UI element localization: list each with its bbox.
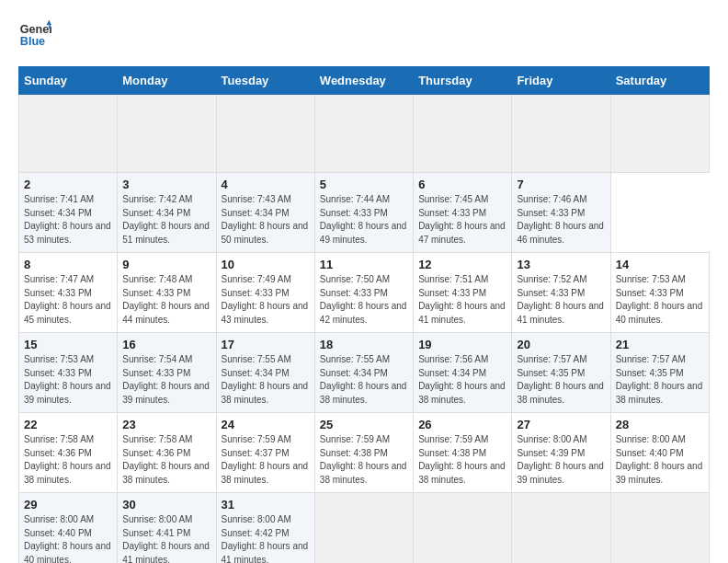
calendar-cell	[610, 95, 709, 173]
day-number: 23	[122, 418, 210, 431]
day-info: Sunrise: 7:58 AMSunset: 4:36 PMDaylight:…	[122, 433, 210, 487]
day-info: Sunrise: 7:47 AMSunset: 4:33 PMDaylight:…	[24, 273, 112, 327]
calendar-week-1: 2Sunrise: 7:41 AMSunset: 4:34 PMDaylight…	[19, 173, 710, 253]
calendar-cell: 3Sunrise: 7:42 AMSunset: 4:34 PMDaylight…	[118, 173, 216, 253]
day-info: Sunrise: 7:55 AMSunset: 4:34 PMDaylight:…	[222, 353, 310, 407]
day-number: 11	[320, 258, 408, 271]
calendar-cell	[610, 493, 709, 564]
day-number: 18	[320, 338, 408, 351]
calendar-week-4: 22Sunrise: 7:58 AMSunset: 4:36 PMDayligh…	[19, 413, 710, 493]
day-info: Sunrise: 8:00 AMSunset: 4:39 PMDaylight:…	[517, 433, 605, 487]
day-number: 19	[418, 338, 506, 351]
calendar-cell	[216, 95, 314, 173]
day-number: 7	[517, 178, 605, 191]
calendar-cell	[512, 493, 610, 564]
day-number: 16	[122, 338, 210, 351]
calendar-cell: 22Sunrise: 7:58 AMSunset: 4:36 PMDayligh…	[19, 413, 118, 493]
day-info: Sunrise: 7:59 AMSunset: 4:38 PMDaylight:…	[418, 433, 506, 487]
calendar-cell: 13Sunrise: 7:52 AMSunset: 4:33 PMDayligh…	[512, 253, 610, 333]
day-number: 13	[517, 258, 605, 271]
day-info: Sunrise: 7:49 AMSunset: 4:33 PMDaylight:…	[222, 273, 310, 327]
day-number: 6	[418, 178, 506, 191]
calendar-cell: 18Sunrise: 7:55 AMSunset: 4:34 PMDayligh…	[314, 333, 413, 413]
day-number: 26	[418, 418, 506, 431]
day-info: Sunrise: 8:00 AMSunset: 4:40 PMDaylight:…	[24, 513, 112, 563]
day-number: 2	[24, 178, 112, 191]
header-friday: Friday	[512, 67, 610, 95]
day-info: Sunrise: 8:00 AMSunset: 4:40 PMDaylight:…	[616, 433, 704, 487]
day-info: Sunrise: 7:58 AMSunset: 4:36 PMDaylight:…	[24, 433, 112, 487]
day-info: Sunrise: 7:55 AMSunset: 4:34 PMDaylight:…	[320, 353, 408, 407]
day-number: 30	[122, 498, 210, 511]
calendar-cell: 29Sunrise: 8:00 AMSunset: 4:40 PMDayligh…	[19, 493, 118, 564]
calendar-cell: 30Sunrise: 8:00 AMSunset: 4:41 PMDayligh…	[118, 493, 216, 564]
calendar-week-3: 15Sunrise: 7:53 AMSunset: 4:33 PMDayligh…	[19, 333, 710, 413]
day-info: Sunrise: 7:59 AMSunset: 4:38 PMDaylight:…	[320, 433, 408, 487]
svg-text:Blue: Blue	[20, 35, 45, 48]
header-saturday: Saturday	[610, 67, 709, 95]
day-number: 27	[517, 418, 605, 431]
calendar-week-2: 8Sunrise: 7:47 AMSunset: 4:33 PMDaylight…	[19, 253, 710, 333]
day-number: 24	[222, 418, 310, 431]
header-thursday: Thursday	[414, 67, 512, 95]
day-info: Sunrise: 7:43 AMSunset: 4:34 PMDaylight:…	[222, 193, 310, 247]
calendar-cell: 16Sunrise: 7:54 AMSunset: 4:33 PMDayligh…	[118, 333, 216, 413]
logo: General Blue	[18, 18, 51, 52]
header-tuesday: Tuesday	[216, 67, 314, 95]
calendar-cell: 10Sunrise: 7:49 AMSunset: 4:33 PMDayligh…	[216, 253, 314, 333]
calendar-cell: 6Sunrise: 7:45 AMSunset: 4:33 PMDaylight…	[414, 173, 512, 253]
calendar-cell: 28Sunrise: 8:00 AMSunset: 4:40 PMDayligh…	[610, 413, 709, 493]
day-number: 25	[320, 418, 408, 431]
calendar-cell: 23Sunrise: 7:58 AMSunset: 4:36 PMDayligh…	[118, 413, 216, 493]
day-number: 5	[320, 178, 408, 191]
calendar-cell	[314, 95, 413, 173]
day-info: Sunrise: 7:46 AMSunset: 4:33 PMDaylight:…	[517, 193, 605, 247]
day-number: 22	[24, 418, 112, 431]
calendar-cell	[414, 493, 512, 564]
day-info: Sunrise: 7:41 AMSunset: 4:34 PMDaylight:…	[24, 193, 112, 247]
day-info: Sunrise: 7:57 AMSunset: 4:35 PMDaylight:…	[517, 353, 605, 407]
header-sunday: Sunday	[19, 67, 118, 95]
day-info: Sunrise: 7:50 AMSunset: 4:33 PMDaylight:…	[320, 273, 408, 327]
day-number: 31	[222, 498, 310, 511]
day-info: Sunrise: 7:48 AMSunset: 4:33 PMDaylight:…	[122, 273, 210, 327]
calendar-week-5: 29Sunrise: 8:00 AMSunset: 4:40 PMDayligh…	[19, 493, 710, 564]
calendar-cell: 2Sunrise: 7:41 AMSunset: 4:34 PMDaylight…	[19, 173, 118, 253]
page-header: General Blue	[18, 18, 710, 52]
calendar-cell: 14Sunrise: 7:53 AMSunset: 4:33 PMDayligh…	[610, 253, 709, 333]
day-info: Sunrise: 7:51 AMSunset: 4:33 PMDaylight:…	[418, 273, 506, 327]
day-number: 17	[222, 338, 310, 351]
day-number: 4	[222, 178, 310, 191]
day-info: Sunrise: 7:45 AMSunset: 4:33 PMDaylight:…	[418, 193, 506, 247]
calendar-cell	[512, 95, 610, 173]
header-wednesday: Wednesday	[314, 67, 413, 95]
day-number: 14	[616, 258, 704, 271]
calendar-table: SundayMondayTuesdayWednesdayThursdayFrid…	[18, 66, 710, 563]
header-monday: Monday	[118, 67, 216, 95]
calendar-cell: 25Sunrise: 7:59 AMSunset: 4:38 PMDayligh…	[314, 413, 413, 493]
calendar-cell: 5Sunrise: 7:44 AMSunset: 4:33 PMDaylight…	[314, 173, 413, 253]
calendar-cell: 7Sunrise: 7:46 AMSunset: 4:33 PMDaylight…	[512, 173, 610, 253]
day-info: Sunrise: 7:54 AMSunset: 4:33 PMDaylight:…	[122, 353, 210, 407]
day-number: 21	[616, 338, 704, 351]
day-number: 3	[122, 178, 210, 191]
calendar-cell: 27Sunrise: 8:00 AMSunset: 4:39 PMDayligh…	[512, 413, 610, 493]
calendar-cell: 21Sunrise: 7:57 AMSunset: 4:35 PMDayligh…	[610, 333, 709, 413]
day-info: Sunrise: 8:00 AMSunset: 4:42 PMDaylight:…	[222, 513, 310, 563]
day-info: Sunrise: 7:42 AMSunset: 4:34 PMDaylight:…	[122, 193, 210, 247]
calendar-cell: 26Sunrise: 7:59 AMSunset: 4:38 PMDayligh…	[414, 413, 512, 493]
day-number: 10	[222, 258, 310, 271]
day-number: 29	[24, 498, 112, 511]
day-info: Sunrise: 7:59 AMSunset: 4:37 PMDaylight:…	[222, 433, 310, 487]
calendar-cell: 8Sunrise: 7:47 AMSunset: 4:33 PMDaylight…	[19, 253, 118, 333]
calendar-cell: 9Sunrise: 7:48 AMSunset: 4:33 PMDaylight…	[118, 253, 216, 333]
calendar-cell	[19, 95, 118, 173]
calendar-cell: 17Sunrise: 7:55 AMSunset: 4:34 PMDayligh…	[216, 333, 314, 413]
day-info: Sunrise: 7:52 AMSunset: 4:33 PMDaylight:…	[517, 273, 605, 327]
calendar-cell: 11Sunrise: 7:50 AMSunset: 4:33 PMDayligh…	[314, 253, 413, 333]
day-info: Sunrise: 8:00 AMSunset: 4:41 PMDaylight:…	[122, 513, 210, 563]
day-number: 20	[517, 338, 605, 351]
calendar-cell	[414, 95, 512, 173]
calendar-cell	[118, 95, 216, 173]
day-info: Sunrise: 7:53 AMSunset: 4:33 PMDaylight:…	[24, 353, 112, 407]
